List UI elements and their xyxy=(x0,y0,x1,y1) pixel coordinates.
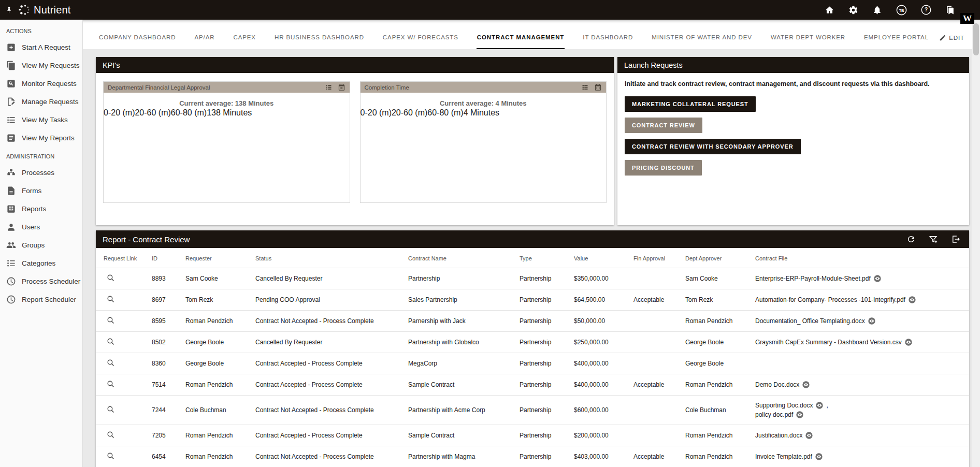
home-icon[interactable] xyxy=(825,5,834,15)
tab-contract-management[interactable]: CONTRACT MANAGEMENT xyxy=(477,30,565,49)
search-icon[interactable] xyxy=(106,451,115,460)
search-icon[interactable] xyxy=(106,405,115,414)
launch-panel-title: Launch Requests xyxy=(617,57,969,73)
sidebar-item-groups[interactable]: Groups xyxy=(0,236,82,254)
hierarchy-icon xyxy=(6,168,16,178)
tab-company-dashboard[interactable]: COMPANY DASHBOARD xyxy=(98,30,176,49)
sidebar-item-categories[interactable]: Categories xyxy=(0,254,82,272)
tab-capex[interactable]: CAPEX xyxy=(233,30,256,49)
contract-file-name[interactable]: Automation-for Company- Processes -101-I… xyxy=(755,296,905,303)
eye-icon[interactable] xyxy=(908,296,916,304)
export-icon[interactable] xyxy=(951,235,960,244)
contract-file-name[interactable]: Enterprise-ERP-Payroll-Module-Sheet.pdf xyxy=(755,275,871,282)
pricing-discount-button[interactable]: PRICING DISCOUNT xyxy=(625,160,702,176)
tab-employee-portal[interactable]: EMPLOYEE PORTAL xyxy=(863,30,929,49)
gauge-card-completion-time: Completion TimeCurrent average: 4 Minute… xyxy=(360,81,607,203)
column-header-value: Value xyxy=(570,248,629,268)
table-row: 7205Roman PendzichContract Accepted - Pr… xyxy=(96,425,969,446)
marketing-collateral-request-button[interactable]: MARKETING COLLATERAL REQUEST xyxy=(625,96,756,112)
sidebar-item-label: Users xyxy=(22,223,40,231)
sidebar-item-manage-requests[interactable]: Manage Requests xyxy=(0,93,82,111)
gauge-needle: 4 Minutes xyxy=(464,108,499,117)
search-icon[interactable] xyxy=(106,380,115,388)
cell-type: Partnership xyxy=(515,425,570,446)
contract-file-name[interactable]: Justification.docx xyxy=(755,432,802,439)
eye-icon[interactable] xyxy=(796,411,804,419)
eye-icon[interactable] xyxy=(802,381,810,389)
contract-review-with-secondary-approver-button[interactable]: CONTRACT REVIEW WITH SECONDARY APPROVER xyxy=(625,139,801,154)
calendar-icon[interactable] xyxy=(594,83,602,91)
tab-hr-business-dashboard[interactable]: HR BUSINESS DASHBOARD xyxy=(274,30,365,49)
column-header-status: Status xyxy=(251,248,404,268)
cell-dept-approver: Roman Pendzich xyxy=(681,374,751,396)
contract-file-name[interactable]: Graysmith CapEx Summary - Dashboard Vers… xyxy=(755,339,902,346)
table-view-icon[interactable] xyxy=(581,83,589,91)
search-icon[interactable] xyxy=(106,430,115,439)
search-icon[interactable] xyxy=(106,337,115,346)
report-panel: Report - Contract Review Request LinkIDR… xyxy=(96,230,969,467)
refresh-icon[interactable] xyxy=(906,235,916,244)
sidebar-item-forms[interactable]: Forms xyxy=(0,182,82,200)
eye-icon[interactable] xyxy=(873,274,882,283)
cell-status: Contract Accepted - Process Complete xyxy=(251,425,404,446)
gauge-current-average: Current average: 138 Minutes xyxy=(104,99,350,107)
contract-file-name[interactable]: Documentation_ Office Templating.docx xyxy=(755,317,865,325)
sidebar-item-view-my-requests[interactable]: View My Requests xyxy=(0,56,82,75)
cell-requester: Cole Buchman xyxy=(181,396,251,425)
scrollbar-thumb[interactable] xyxy=(973,23,979,55)
content: KPI's Departmental Financial Legal Appro… xyxy=(83,49,980,467)
sidebar-item-processes[interactable]: Processes xyxy=(0,164,82,182)
bookmark-icon[interactable] xyxy=(945,5,955,15)
contract-file-name[interactable]: policy doc.pdf xyxy=(755,411,793,418)
cell-dept-approver: Cole Buchman xyxy=(681,396,751,425)
cell-contract-name: Partnership with Acme Corp xyxy=(404,396,515,425)
cell-type: Partnership xyxy=(515,332,570,353)
sidebar-item-monitor-requests[interactable]: Monitor Requests xyxy=(0,75,82,93)
svg-text:?: ? xyxy=(925,7,928,12)
cell-request-link xyxy=(96,425,148,446)
contract-review-button[interactable]: CONTRACT REVIEW xyxy=(625,118,702,133)
calendar-icon[interactable] xyxy=(338,83,345,91)
sidebar-section-title-actions: ACTIONS xyxy=(0,22,82,38)
tab-it-dashboard[interactable]: IT DASHBOARD xyxy=(582,30,633,49)
sidebar-item-report-scheduler[interactable]: Report Scheduler xyxy=(0,290,82,309)
search-icon[interactable] xyxy=(106,316,115,325)
brand-title: Nutrient xyxy=(34,4,71,16)
help-icon[interactable]: ? xyxy=(921,5,931,15)
avatar[interactable]: TB xyxy=(896,5,907,16)
tab-minister-of-water-and-dev[interactable]: MINISTER OF WATER AND DEV xyxy=(651,30,753,49)
table-view-icon[interactable] xyxy=(325,83,333,91)
bell-icon[interactable] xyxy=(872,5,882,15)
contract-file-name[interactable]: Invoice Template.pdf xyxy=(755,453,812,460)
doc-edit-icon xyxy=(6,97,16,107)
sidebar-item-process-scheduler[interactable]: Process Scheduler xyxy=(0,272,82,290)
search-icon[interactable] xyxy=(106,273,115,282)
sidebar-item-view-my-tasks[interactable]: View My Tasks xyxy=(0,111,82,129)
eye-icon[interactable] xyxy=(815,401,824,410)
tab-capex-w-forecasts[interactable]: CAPEX W/ FORECASTS xyxy=(382,30,459,49)
sidebar-item-reports[interactable]: Reports xyxy=(0,200,82,218)
eye-icon[interactable] xyxy=(805,431,813,440)
sidebar-item-view-my-reports[interactable]: View My Reports xyxy=(0,129,82,147)
contract-file-name[interactable]: Demo Doc.docx xyxy=(755,381,799,388)
eye-icon[interactable] xyxy=(904,338,913,346)
eye-icon[interactable] xyxy=(815,453,823,461)
contract-file-entry: Justification.docx xyxy=(755,431,965,440)
contract-file-name[interactable]: Supporting Doc.docx xyxy=(755,402,813,409)
sidebar-item-start-a-request[interactable]: Start A Request xyxy=(0,38,82,56)
sidebar-item-users[interactable]: Users xyxy=(0,218,82,236)
tab-ap-ar[interactable]: AP/AR xyxy=(194,30,215,49)
column-header-contract-file: Contract File xyxy=(751,248,969,268)
cell-contract-name: Parnership with Jack xyxy=(404,311,515,332)
tab-water-dept-worker[interactable]: WATER DEPT WORKER xyxy=(770,30,846,49)
eye-icon[interactable] xyxy=(868,317,876,325)
cell-dept-approver: George Boole xyxy=(681,353,751,374)
gear-icon[interactable] xyxy=(848,5,858,15)
search-icon[interactable] xyxy=(106,358,115,367)
doc-report-icon xyxy=(6,133,16,143)
pin-icon[interactable] xyxy=(5,6,13,14)
filter-add-icon[interactable] xyxy=(929,235,938,244)
search-icon[interactable] xyxy=(106,295,115,303)
cell-status: Contract Accepted - Process Complete xyxy=(251,374,404,396)
edit-button[interactable]: EDIT xyxy=(939,34,964,49)
